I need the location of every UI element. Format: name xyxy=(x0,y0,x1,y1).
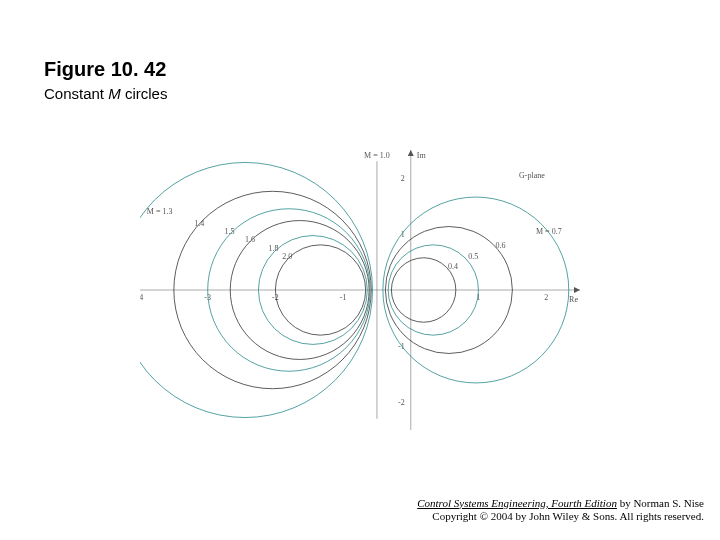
subtitle-ital: M xyxy=(108,85,121,102)
footer-book-title: Control Systems Engineering, Fourth Edit… xyxy=(417,497,617,509)
svg-text:-1: -1 xyxy=(340,293,347,302)
svg-text:1.6: 1.6 xyxy=(245,235,255,244)
svg-text:1.5: 1.5 xyxy=(225,227,235,236)
svg-text:2: 2 xyxy=(401,174,405,183)
copyright-footer: Control Systems Engineering, Fourth Edit… xyxy=(417,497,704,525)
footer-author: by Norman S. Nise xyxy=(617,497,704,509)
svg-marker-2 xyxy=(574,287,580,293)
svg-text:M = 0.7: M = 0.7 xyxy=(536,227,562,236)
figure-heading: Figure 10. 42 Constant M circles xyxy=(44,58,167,102)
constant-m-circles-chart: -4-3-2-112-2-112ReImG-planeM = 1.0M = 1.… xyxy=(140,150,580,430)
subtitle-post: circles xyxy=(121,85,168,102)
svg-text:-1: -1 xyxy=(398,342,405,351)
figure-subtitle: Constant M circles xyxy=(44,85,167,102)
chart-svg: -4-3-2-112-2-112ReImG-planeM = 1.0M = 1.… xyxy=(140,150,580,430)
footer-line1: Control Systems Engineering, Fourth Edit… xyxy=(417,497,704,511)
svg-text:M = 1.0: M = 1.0 xyxy=(364,151,390,160)
footer-line2: Copyright © 2004 by John Wiley & Sons. A… xyxy=(417,510,704,524)
svg-text:-4: -4 xyxy=(140,293,143,302)
svg-text:1.4: 1.4 xyxy=(194,219,204,228)
svg-text:Im: Im xyxy=(417,151,427,160)
figure-number: Figure 10. 42 xyxy=(44,58,167,81)
svg-text:Re: Re xyxy=(569,295,578,304)
svg-text:2.0: 2.0 xyxy=(282,252,292,261)
svg-text:M = 1.3: M = 1.3 xyxy=(147,207,173,216)
svg-text:0.4: 0.4 xyxy=(448,262,458,271)
svg-text:0.6: 0.6 xyxy=(495,241,505,250)
svg-text:1.8: 1.8 xyxy=(269,244,279,253)
subtitle-pre: Constant xyxy=(44,85,108,102)
svg-text:2: 2 xyxy=(544,293,548,302)
svg-text:0.5: 0.5 xyxy=(468,252,478,261)
svg-text:G-plane: G-plane xyxy=(519,171,545,180)
svg-text:-2: -2 xyxy=(398,398,405,407)
svg-marker-3 xyxy=(408,150,414,156)
